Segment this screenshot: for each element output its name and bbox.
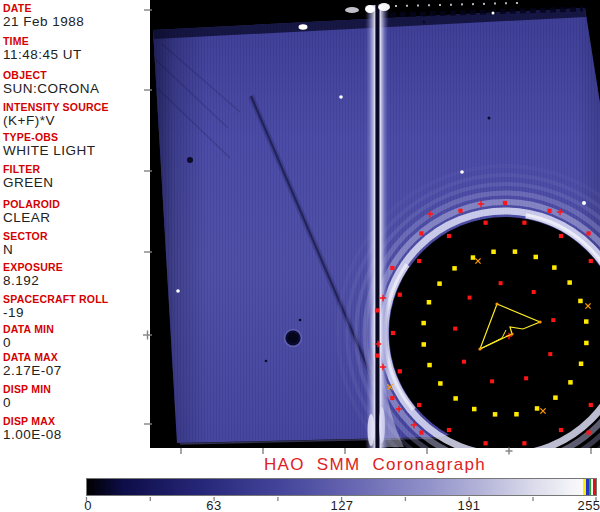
field-value: N [3,242,148,257]
field-value: WHITE LIGHT [3,143,148,158]
metadata-field: DISP MAX1.00E-08 [3,415,148,442]
colorbar-tick-label: 191 [457,498,480,512]
field-label: FILTER [3,163,148,175]
metadata-sidebar: DATE21 Feb 1988 TIME11:48:45 UT OBJECTSU… [0,0,148,447]
field-value: 1.00E-08 [3,427,148,442]
field-value: GREEN [3,175,148,190]
field-value: 2.17E-07 [3,363,148,378]
field-label: INTENSITY SOURCE [3,101,148,113]
metadata-field: EXPOSURE8.192 [3,261,148,288]
field-label: DISP MIN [3,383,148,395]
field-label: SECTOR [3,230,148,242]
field-label: DISP MAX [3,415,148,427]
field-value: -19 [3,305,148,320]
colorbar-tick-label: 0 [84,498,92,512]
smm-viewer-window: DATE21 Feb 1988 TIME11:48:45 UT OBJECTSU… [0,0,600,512]
colorbar [86,478,597,496]
field-value: 8.192 [3,273,148,288]
colorbar-tick-label: 63 [206,498,221,512]
field-value: 11:48:45 UT [3,47,148,62]
metadata-field: SECTORN [3,230,148,257]
metadata-field: DISP MIN0 [3,383,148,410]
metadata-field: POLAROIDCLEAR [3,198,148,225]
colorbar-tick-label: 255 [577,498,600,512]
field-value: SUN:CORONA [3,81,148,96]
coronagraph-image-display[interactable] [150,0,600,448]
field-label: EXPOSURE [3,261,148,273]
field-label: DATA MIN [3,323,148,335]
metadata-field: SPACECRAFT ROLL-19 [3,293,148,320]
metadata-field: FILTERGREEN [3,163,148,190]
metadata-field: TIME11:48:45 UT [3,35,148,62]
colorbar-tick-label: 127 [330,498,353,512]
metadata-field: DATA MIN0 [3,323,148,350]
metadata-field: INTENSITY SOURCE(K+F)*V [3,101,148,128]
metadata-field: DATE21 Feb 1988 [3,2,148,29]
field-label: SPACECRAFT ROLL [3,293,148,305]
colorbar-red-stripe [593,479,597,495]
bottom-axis-ticks [181,448,591,455]
metadata-field: DATA MAX2.17E-07 [3,351,148,378]
colorbar-green-stripe [589,479,592,495]
field-label: DATA MAX [3,351,148,363]
field-value: CLEAR [3,210,148,225]
field-label: OBJECT [3,69,148,81]
field-label: TYPE-OBS [3,131,148,143]
image-title: HAO SMM Coronagraph [150,455,600,475]
field-value: 0 [3,335,148,350]
coronagraph-image [150,0,600,448]
field-label: TIME [3,35,148,47]
field-label: DATE [3,2,148,14]
field-label: POLAROID [3,198,148,210]
field-value: (K+F)*V [3,113,148,128]
field-value: 21 Feb 1988 [3,14,148,29]
metadata-field: OBJECTSUN:CORONA [3,69,148,96]
field-value: 0 [3,395,148,410]
metadata-field: TYPE-OBSWHITE LIGHT [3,131,148,158]
